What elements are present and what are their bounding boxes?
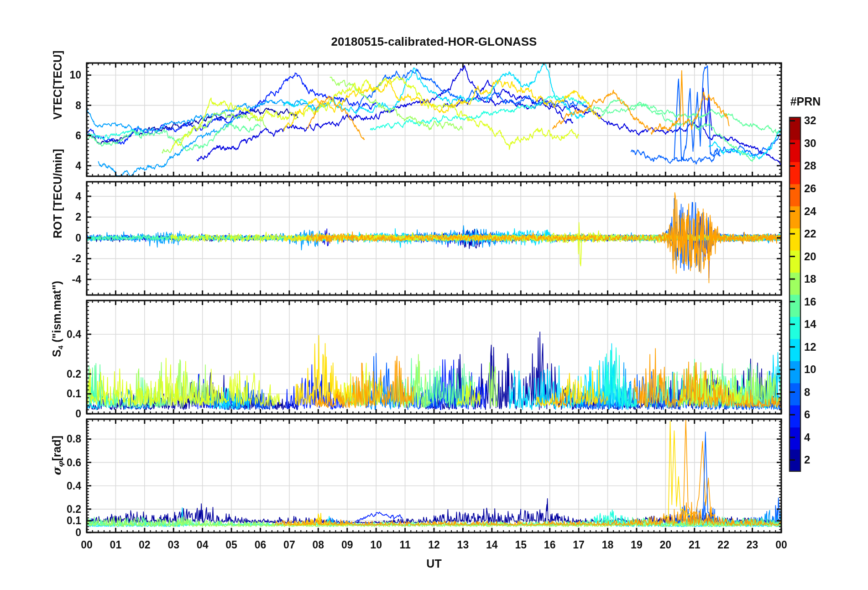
y-tick-label: 0.2	[49, 503, 81, 516]
colorbar-tick-label: 8	[804, 386, 831, 399]
colorbar-tick-label: 2	[804, 453, 831, 466]
colorbar-tick-label: 18	[804, 273, 831, 285]
colorbar-tick-label: 32	[804, 114, 831, 127]
x-tick-label: 05	[217, 539, 246, 551]
colorbar-tick-label: 24	[804, 205, 831, 218]
s4-symbol: S	[50, 349, 63, 357]
x-tick-label: 20	[651, 539, 680, 551]
colorbar-title: #PRN	[776, 95, 835, 108]
y-tick-label: 0	[49, 232, 81, 244]
x-tick-label: 04	[188, 539, 217, 551]
x-tick-label: 12	[419, 539, 449, 551]
y-tick-label: 4	[49, 159, 81, 172]
s4-subscript: 4	[57, 346, 64, 350]
y-tick-label: 0	[49, 526, 81, 539]
y-tick-label: 0.2	[49, 368, 81, 380]
y-tick-label: 6	[49, 129, 81, 142]
y-tick-label: -2	[49, 252, 81, 265]
y-tick-label: 0.1	[49, 514, 81, 527]
x-tick-label: 21	[680, 539, 709, 551]
x-tick-label: 10	[361, 539, 391, 551]
colorbar-tick-label: 4	[804, 431, 831, 444]
y-tick-label: 8	[49, 99, 81, 112]
x-tick-label: 19	[622, 539, 651, 551]
y-tick-label: 2	[49, 211, 81, 223]
y-tick-label: 10	[49, 68, 81, 81]
y-tick-label: 0.4	[49, 479, 81, 492]
y-tick-label: 0.6	[49, 456, 81, 469]
colorbar-tick-label: 12	[804, 341, 831, 353]
x-tick-label: 03	[159, 539, 188, 551]
x-tick-label: 09	[333, 539, 362, 551]
y-tick-label: -4	[49, 273, 81, 286]
x-tick-label: 13	[448, 539, 477, 551]
x-axis-label: UT	[87, 557, 781, 570]
colorbar-tick-label: 6	[804, 408, 831, 421]
colorbar-tick-label: 20	[804, 250, 831, 263]
colorbar-tick-label: 16	[804, 295, 831, 308]
x-tick-label: 08	[303, 539, 333, 551]
colorbar-tick-label: 22	[804, 227, 831, 240]
chart-canvas	[0, 0, 868, 590]
y-axis-label-s4: S4 ("ism.mat")	[50, 281, 65, 357]
y-tick-label: 4	[49, 190, 81, 203]
y-tick-label: 0	[49, 407, 81, 420]
colorbar-tick-label: 10	[804, 363, 831, 376]
colorbar-tick-label: 14	[804, 318, 831, 331]
colorbar-tick-label: 26	[804, 182, 831, 195]
chart-title: 20180515-calibrated-HOR-GLONASS	[87, 35, 781, 49]
x-tick-label: 16	[535, 539, 565, 551]
y-tick-label: 0.8	[49, 432, 81, 445]
x-tick-label: 06	[246, 539, 275, 551]
x-tick-label: 00	[72, 539, 101, 551]
colorbar-tick-label: 28	[804, 159, 831, 172]
x-tick-label: 22	[709, 539, 738, 551]
glonass-monitor-figure: { "chart_data": { "type": "line", "title…	[0, 0, 868, 590]
x-tick-label: 14	[477, 539, 507, 551]
x-tick-label: 15	[506, 539, 535, 551]
x-tick-label: 00	[767, 539, 796, 551]
x-tick-label: 01	[101, 539, 130, 551]
x-tick-label: 02	[130, 539, 159, 551]
y-tick-label: 0.4	[49, 328, 81, 341]
x-tick-label: 07	[275, 539, 304, 551]
x-tick-label: 18	[593, 539, 622, 551]
x-tick-label: 23	[738, 539, 767, 551]
x-tick-label: 11	[391, 539, 420, 551]
y-tick-label: 0.1	[49, 387, 81, 400]
x-tick-label: 17	[564, 539, 593, 551]
colorbar-tick-label: 30	[804, 137, 831, 150]
